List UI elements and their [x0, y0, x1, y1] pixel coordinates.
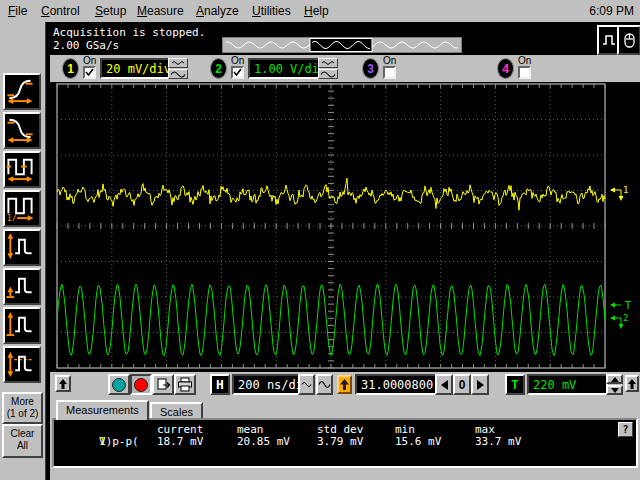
menu-measure[interactable]: Measure — [137, 4, 184, 18]
delay-zero-button[interactable]: 0 — [453, 374, 471, 395]
trigger-level-field[interactable]: 220 mV — [527, 374, 608, 395]
clock: 6:09 PM — [589, 4, 634, 18]
trigger-setup-button[interactable]: T — [505, 374, 525, 395]
measurement-label: V p-p(1) — [99, 435, 112, 448]
menu-setup[interactable]: Setup — [95, 4, 126, 18]
up-arrow-icon — [627, 378, 637, 390]
measurements-table: current mean std dev min max V p-p(1) 18… — [52, 418, 638, 468]
channel-1-on-label: On — [83, 55, 96, 66]
scroll-up-right-button[interactable] — [625, 375, 639, 392]
up-triangle-icon — [611, 377, 619, 382]
tab-measurements[interactable]: Measurements — [56, 400, 149, 420]
channel-1-on-checkbox[interactable] — [83, 66, 96, 79]
mouse-icon — [621, 32, 637, 48]
menu-utilities[interactable]: Utilities — [252, 4, 291, 18]
clear-all-button[interactable]: Clear All — [2, 424, 43, 458]
v-average-button[interactable] — [3, 346, 41, 383]
large-wave-icon — [170, 70, 186, 79]
svg-text:1/: 1/ — [6, 213, 16, 221]
rise-time-button[interactable] — [3, 73, 41, 110]
channel-1-ground-marker[interactable]: 1 — [610, 185, 628, 201]
v-min-button[interactable] — [3, 268, 41, 305]
frequency-button[interactable]: 1/ — [3, 190, 41, 227]
pulse-icon — [601, 32, 617, 48]
v-min-icon — [5, 270, 35, 299]
delay-decrease-button[interactable] — [435, 374, 453, 395]
channel-2-button[interactable]: 2 — [210, 58, 227, 79]
trigger-level-up-button[interactable] — [606, 374, 623, 384]
channel-2-on-checkbox[interactable] — [231, 66, 244, 79]
channel-2-on-label: On — [231, 55, 244, 66]
up-arrow-icon — [58, 378, 68, 390]
frequency-icon: 1/ — [5, 192, 35, 221]
channel-4-on-checkbox[interactable] — [518, 66, 531, 79]
channel-3-on-checkbox[interactable] — [383, 66, 396, 79]
time-per-division-field[interactable]: 200 ns/div — [232, 374, 300, 395]
period-button[interactable] — [3, 151, 41, 188]
channel-1-button[interactable]: 1 — [62, 58, 79, 79]
horizontal-setup-button[interactable]: H — [210, 374, 230, 395]
svg-text:1: 1 — [623, 185, 628, 195]
time-scale-decrease-button[interactable] — [298, 374, 315, 395]
more-page-label: (1 of 2) — [4, 408, 41, 420]
menu-help[interactable]: Help — [304, 4, 329, 18]
menu-control[interactable]: Control — [41, 4, 80, 18]
more-measurements-button[interactable]: More (1 of 2) — [2, 392, 43, 424]
horizontal-delay-field[interactable]: 31.0000800 ms — [355, 374, 437, 395]
time-scale-increase-button[interactable] — [316, 374, 333, 395]
run-button[interactable] — [108, 374, 130, 395]
channel-controls: 1 On 20 mV/div 2 On 1.00 V/div 3 On 4 On — [50, 55, 640, 82]
help-button[interactable]: ? — [618, 422, 633, 437]
menu-file[interactable]: File — [8, 4, 27, 18]
v-max-button[interactable] — [3, 307, 41, 344]
channel-1-scale-decrease-button[interactable] — [168, 58, 188, 68]
channel-4-button[interactable]: 4 — [497, 58, 514, 79]
horizontal-position-indicator[interactable] — [222, 37, 462, 53]
check-icon — [233, 68, 242, 77]
channel-1-scale-increase-button[interactable] — [168, 69, 188, 79]
right-arrow-icon — [477, 380, 484, 390]
small-wave-icon — [171, 59, 185, 67]
trigger-level-down-button[interactable] — [606, 385, 623, 395]
channel-2-scale-decrease-button[interactable] — [318, 58, 338, 68]
mouse-pointer-button[interactable] — [617, 25, 640, 55]
trigger-position-icon — [339, 378, 350, 391]
v-max-icon — [5, 309, 35, 338]
waveform-display: 1T2 — [50, 82, 640, 372]
stop-button[interactable] — [130, 374, 152, 395]
trigger-level-marker[interactable]: T — [610, 300, 631, 311]
trigger-level-spinner — [606, 374, 623, 395]
more-label: More — [4, 396, 41, 408]
channel-2-ground-marker[interactable]: 2 — [610, 313, 628, 329]
trigger-position-button[interactable] — [337, 375, 352, 394]
status-bar: Acquisition is stopped. 2.00 GSa/s — [50, 24, 640, 55]
channel-1-scale-field[interactable]: 20 mV/div — [100, 58, 170, 79]
scroll-up-left-button[interactable] — [55, 375, 71, 392]
run-icon — [112, 378, 126, 392]
channel-2-scale-buttons — [318, 58, 338, 79]
small-wave-icon — [301, 380, 312, 389]
v-peak-to-peak-button[interactable] — [3, 229, 41, 266]
measurement-std-dev: 3.79 mV — [317, 435, 363, 448]
svg-text:2: 2 — [623, 313, 628, 323]
check-icon — [85, 68, 94, 77]
clear-all-label: All — [4, 440, 41, 452]
channel-4-on-label: On — [518, 55, 531, 66]
v-peak-to-peak-icon — [5, 231, 35, 260]
channel-3-button[interactable]: 3 — [362, 58, 379, 79]
channel-2-scale-increase-button[interactable] — [318, 69, 338, 79]
position-indicator-graphic — [222, 37, 462, 53]
delay-increase-button[interactable] — [471, 374, 489, 395]
svg-text:T: T — [625, 300, 631, 311]
print-button[interactable] — [174, 374, 196, 395]
menu-analyze[interactable]: Analyze — [196, 4, 239, 18]
stop-icon — [134, 378, 148, 392]
fall-time-button[interactable] — [3, 112, 41, 149]
measurement-min: 15.6 mV — [395, 435, 441, 448]
left-arrow-icon — [441, 380, 448, 390]
large-wave-icon — [318, 379, 331, 390]
channel-2-scale-field[interactable]: 1.00 V/div — [248, 58, 320, 79]
clear-label: Clear — [4, 428, 41, 440]
copy-screen-button[interactable] — [152, 374, 174, 395]
down-triangle-icon — [611, 388, 619, 393]
